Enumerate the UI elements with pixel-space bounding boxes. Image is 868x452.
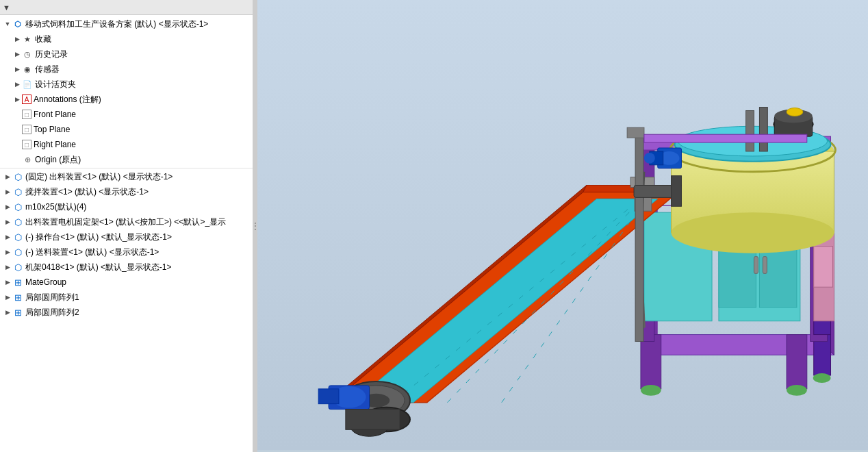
sidebar-item-part1[interactable]: ▶ ⬡ (固定) 出料装置<1> (默认) <显示状态-1> bbox=[0, 169, 253, 184]
pattern1-label: 局部圆周阵列1 bbox=[25, 292, 79, 303]
sidebar-item-sensors[interactable]: ▶ ◉ 传感器 bbox=[0, 62, 253, 77]
expand-arrow: ▶ bbox=[3, 262, 12, 272]
plane-icon: □ bbox=[22, 110, 31, 119]
expand-arrow: ▶ bbox=[3, 292, 12, 302]
svg-rect-61 bbox=[634, 186, 674, 198]
sidebar-item-right-plane[interactable]: □ Right Plane bbox=[0, 137, 253, 152]
part2-label: 搅拌装置<1> (默认) <显示状态-1> bbox=[25, 186, 149, 198]
sidebar-item-part3[interactable]: ▶ ⬡ m10x25(默认)(4) bbox=[0, 199, 253, 214]
svg-rect-37 bbox=[746, 111, 754, 151]
history-label: 历史记录 bbox=[35, 49, 68, 60]
sidebar-item-bookmarks[interactable]: ▶ ★ 收藏 bbox=[0, 32, 253, 47]
expand-arrow: ▶ bbox=[3, 217, 12, 227]
svg-rect-59 bbox=[635, 131, 643, 341]
filter-bar[interactable]: ▼ bbox=[0, 0, 253, 15]
expand-arrow: ▶ bbox=[12, 34, 22, 44]
part7-label: 机架0418<1> (默认) <默认_显示状态-1> bbox=[25, 262, 171, 273]
assembly-icon: ⬡ bbox=[12, 18, 23, 29]
sidebar-item-front-plane[interactable]: □ Front Plane bbox=[0, 107, 253, 122]
pattern-icon: ⊞ bbox=[12, 292, 23, 303]
sidebar-item-design-tabs[interactable]: ▶ 📄 设计活页夹 bbox=[0, 77, 253, 92]
svg-rect-22 bbox=[814, 247, 833, 287]
sidebar-item-annotations[interactable]: ▶ A Annotations (注解) bbox=[0, 92, 253, 107]
expand-arrow: ▶ bbox=[3, 202, 12, 212]
history-icon: ◷ bbox=[22, 49, 33, 60]
expand-arrow: ▶ bbox=[3, 277, 12, 287]
tree-root-item[interactable]: ▼ ⬡ 移动式饲料加工生产设备方案 (默认) <显示状态-1> bbox=[0, 16, 253, 32]
expand-arrow: ▶ bbox=[12, 64, 22, 74]
svg-point-36 bbox=[644, 153, 655, 164]
svg-rect-7 bbox=[787, 335, 807, 389]
sensor-icon: ◉ bbox=[22, 64, 33, 75]
sidebar-item-origin[interactable]: ⊕ Origin (原点) bbox=[0, 152, 253, 167]
origin-label: Origin (原点) bbox=[35, 154, 81, 166]
sidebar-item-part6[interactable]: ▶ ⬡ (-) 送料装置<1> (默认) <显示状态-1> bbox=[0, 244, 253, 260]
svg-rect-62 bbox=[672, 176, 682, 207]
sidebar-item-pattern2[interactable]: ▶ ⊞ 局部圆周阵列2 bbox=[0, 305, 253, 320]
annotations-label: Annotations (注解) bbox=[34, 94, 101, 105]
sidebar-item-part5[interactable]: ▶ ⬡ (-) 操作台<1> (默认) <默认_显示状态-1> bbox=[0, 229, 253, 244]
expand-arrow: ▶ bbox=[3, 247, 12, 257]
part1-label: (固定) 出料装置<1> (默认) <显示状态-1> bbox=[25, 171, 173, 183]
part5-label: (-) 操作台<1> (默认) <默认_显示状态-1> bbox=[25, 231, 172, 243]
expand-arrow: ▶ bbox=[3, 307, 12, 317]
top-plane-label: Top Plane bbox=[34, 125, 70, 134]
svg-rect-38 bbox=[759, 108, 767, 151]
viewport[interactable] bbox=[257, 0, 868, 452]
mategroup-label: MateGroup bbox=[25, 277, 66, 287]
part-icon: ⬡ bbox=[12, 262, 23, 273]
svg-point-8 bbox=[787, 385, 807, 396]
svg-rect-20 bbox=[763, 257, 767, 274]
separator bbox=[0, 168, 253, 168]
pattern2-label: 局部圆周阵列2 bbox=[25, 307, 79, 318]
mate-icon: ⊞ bbox=[12, 277, 23, 288]
svg-rect-54 bbox=[346, 410, 400, 430]
expand-arrow: ▼ bbox=[3, 19, 12, 29]
part6-label: (-) 送料装置<1> (默认) <显示状态-1> bbox=[25, 247, 159, 258]
part-icon: ⬡ bbox=[12, 216, 23, 227]
svg-point-10 bbox=[813, 373, 831, 383]
tree-container: ▼ ⬡ 移动式饲料加工生产设备方案 (默认) <显示状态-1> ▶ ★ 收藏 ▶… bbox=[0, 15, 253, 452]
part-icon: ⬡ bbox=[12, 171, 23, 182]
sidebar-item-part4[interactable]: ▶ ⬡ 出料装置电机固定架<1> (默认<按加工>) <<默认>_显示 bbox=[0, 214, 253, 229]
part-icon: ⬡ bbox=[12, 186, 23, 197]
plane-icon: □ bbox=[22, 140, 31, 149]
svg-rect-60 bbox=[627, 127, 644, 138]
svg-point-25 bbox=[672, 212, 834, 253]
svg-point-6 bbox=[641, 385, 661, 396]
sidebar-item-part7[interactable]: ▶ ⬡ 机架0418<1> (默认) <默认_显示状态-1> bbox=[0, 260, 253, 275]
plane-icon: □ bbox=[22, 125, 31, 134]
part-icon: ⬡ bbox=[12, 231, 23, 242]
spacer bbox=[12, 125, 22, 134]
pattern-icon: ⊞ bbox=[12, 307, 23, 318]
svg-rect-5 bbox=[641, 335, 661, 389]
svg-rect-19 bbox=[754, 257, 758, 274]
front-plane-label: Front Plane bbox=[34, 110, 76, 119]
bookmarks-label: 收藏 bbox=[35, 34, 51, 45]
svg-rect-63 bbox=[644, 134, 807, 142]
sidebar-item-part2[interactable]: ▶ ⬡ 搅拌装置<1> (默认) <显示状态-1> bbox=[0, 184, 253, 199]
expand-arrow: ▶ bbox=[3, 172, 12, 181]
main-area: ▼ ▼ ⬡ 移动式饲料加工生产设备方案 (默认) <显示状态-1> ▶ ★ 收藏… bbox=[0, 0, 868, 452]
svg-point-32 bbox=[787, 108, 803, 116]
sensors-label: 传感器 bbox=[35, 64, 60, 75]
part4-label: 出料装置电机固定架<1> (默认<按加工>) <<默认>_显示 bbox=[25, 216, 226, 228]
root-item-label: 移动式饲料加工生产设备方案 (默认) <显示状态-1> bbox=[25, 18, 208, 30]
expand-arrow: ▶ bbox=[3, 187, 12, 197]
expand-arrow: ▶ bbox=[12, 49, 22, 59]
spacer bbox=[12, 110, 22, 119]
part-icon: ⬡ bbox=[12, 201, 23, 212]
origin-icon: ⊕ bbox=[22, 154, 33, 165]
part3-label: m10x25(默认)(4) bbox=[25, 201, 86, 213]
filter-icon: ▼ bbox=[3, 3, 10, 12]
sidebar-item-history[interactable]: ▶ ◷ 历史记录 bbox=[0, 47, 253, 62]
annotation-icon: A bbox=[22, 95, 31, 104]
design-icon: 📄 bbox=[22, 79, 33, 90]
sidebar-item-mategroup[interactable]: ▶ ⊞ MateGroup bbox=[0, 275, 253, 290]
left-panel: ▼ ▼ ⬡ 移动式饲料加工生产设备方案 (默认) <显示状态-1> ▶ ★ 收藏… bbox=[0, 0, 253, 452]
design-tabs-label: 设计活页夹 bbox=[35, 79, 76, 90]
sidebar-item-pattern1[interactable]: ▶ ⊞ 局部圆周阵列1 bbox=[0, 290, 253, 305]
expand-arrow: ▶ bbox=[12, 79, 22, 89]
part-icon: ⬡ bbox=[12, 247, 23, 258]
sidebar-item-top-plane[interactable]: □ Top Plane bbox=[0, 122, 253, 137]
